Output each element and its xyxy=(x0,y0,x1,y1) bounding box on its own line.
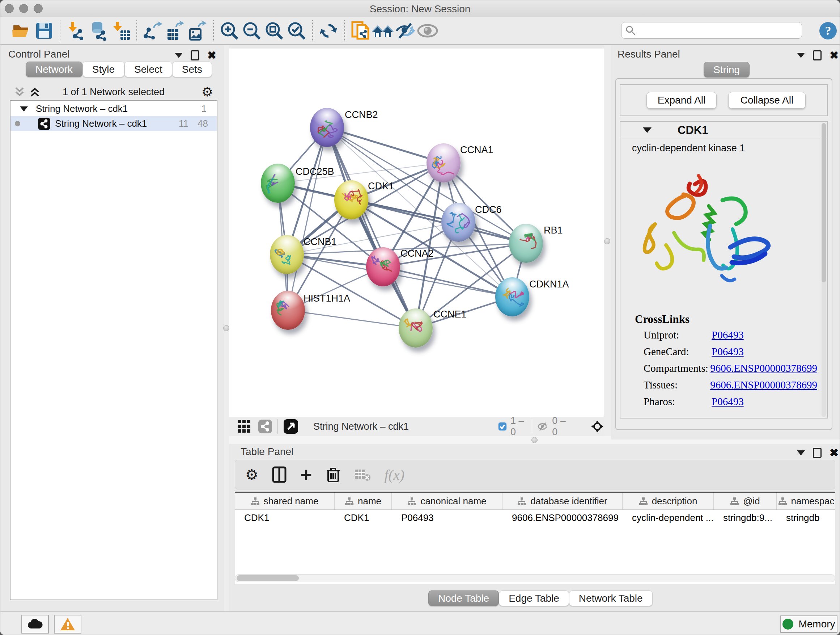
add-column-icon[interactable]: + xyxy=(300,467,312,482)
node-HIST1H1A[interactable] xyxy=(271,291,305,330)
selected-checkbox-icon[interactable] xyxy=(498,421,507,432)
results-scrollbar[interactable] xyxy=(821,123,826,417)
fit-content-crosshair-icon[interactable] xyxy=(591,418,604,435)
show-columns-icon[interactable] xyxy=(272,466,286,483)
show-graphics-details-button[interactable] xyxy=(416,19,439,42)
string-badge-icon[interactable] xyxy=(258,419,272,434)
hide-selected-button[interactable] xyxy=(394,19,416,42)
open-session-button[interactable] xyxy=(11,19,33,42)
tab-node-table[interactable]: Node Table xyxy=(428,591,499,606)
warnings-button[interactable] xyxy=(54,615,81,633)
node-CCNA2[interactable] xyxy=(366,247,400,287)
expand-all-button[interactable]: Expand All xyxy=(646,92,717,109)
node-CCNB1[interactable] xyxy=(270,235,304,274)
table-settings-gear-icon[interactable]: ⚙ xyxy=(245,466,258,483)
network-canvas[interactable]: CCNB2CCNA1CDC25BCDK1CDC6RB1CCNB1CCNA2CDK… xyxy=(229,49,604,417)
column-header-database-identifier[interactable]: database identifier xyxy=(502,493,622,509)
zoom-out-button[interactable] xyxy=(240,19,263,42)
panel-menu-icon[interactable] xyxy=(175,53,183,58)
column-header-@id[interactable]: @id xyxy=(714,493,777,509)
close-panel-icon[interactable]: ✖ xyxy=(829,50,838,61)
gear-icon[interactable]: ⚙ xyxy=(202,84,213,100)
table-cell[interactable]: stringdb xyxy=(777,510,836,526)
node-CCNE1[interactable] xyxy=(399,309,433,348)
tab-edge-table[interactable]: Edge Table xyxy=(499,591,569,606)
table-hscrollbar[interactable] xyxy=(235,574,835,582)
tab-network-table[interactable]: Network Table xyxy=(569,591,653,606)
entry-expander-icon[interactable] xyxy=(643,127,652,133)
tab-string[interactable]: String xyxy=(704,62,750,78)
float-panel-icon[interactable] xyxy=(813,448,821,458)
right-splitter-handle[interactable] xyxy=(604,238,610,244)
column-header-description[interactable]: description xyxy=(622,493,714,509)
crosslink-link[interactable]: 9606.ENSP00000378699 xyxy=(710,363,817,374)
results-scrollbar-thumb[interactable] xyxy=(821,123,826,282)
node-CDKN1A[interactable] xyxy=(495,277,529,317)
column-header-canonical-name[interactable]: canonical name xyxy=(392,493,502,509)
birds-eye-view-icon[interactable] xyxy=(237,419,251,434)
save-session-button[interactable] xyxy=(33,19,55,42)
import-network-from-file-button[interactable] xyxy=(65,19,87,42)
node-CCNB2[interactable] xyxy=(310,108,344,147)
first-neighbors-button[interactable] xyxy=(371,19,394,42)
zoom-selected-button[interactable] xyxy=(286,19,308,42)
search-input[interactable] xyxy=(636,25,795,36)
global-search[interactable] xyxy=(621,22,802,39)
table-cell[interactable]: P06493 xyxy=(392,510,502,526)
network-row[interactable]: String Network – cdk1 11 48 xyxy=(11,116,217,131)
crosslink-link[interactable]: P06493 xyxy=(712,346,744,358)
horizontal-splitter-handle[interactable] xyxy=(531,437,538,443)
table-row[interactable]: CDK1CDK1P064939606.ENSP00000378699cyclin… xyxy=(235,510,835,526)
edge-CCNB2-HIST1H1A[interactable] xyxy=(288,127,327,310)
crosslink-link[interactable]: 9606.ENSP00000378699 xyxy=(710,379,817,391)
edge-HIST1H1A-CCNE1[interactable] xyxy=(288,310,416,328)
help-button[interactable]: ? xyxy=(819,21,837,42)
edge-CCNB2-CCNA1[interactable] xyxy=(327,127,444,163)
export-network-button[interactable] xyxy=(141,19,164,42)
tab-sets[interactable]: Sets xyxy=(172,62,212,77)
column-header-name[interactable]: name xyxy=(335,493,392,509)
export-table-button[interactable] xyxy=(164,19,186,42)
crosslink-link[interactable]: P06493 xyxy=(712,396,744,408)
close-panel-icon[interactable]: ✖ xyxy=(207,50,216,61)
cloud-button[interactable] xyxy=(21,615,49,633)
tab-select[interactable]: Select xyxy=(125,62,172,77)
panel-menu-icon[interactable] xyxy=(797,53,805,58)
crosslink-link[interactable]: P06493 xyxy=(712,329,744,341)
table-cell[interactable]: stringdb:9... xyxy=(714,510,777,526)
panel-menu-icon[interactable] xyxy=(797,450,805,455)
table-cell[interactable]: 9606.ENSP00000378699 xyxy=(502,510,622,526)
edge-CCNA2-CDKN1A[interactable] xyxy=(383,267,512,297)
zoom-fit-button[interactable] xyxy=(263,19,286,42)
table-cell[interactable]: cyclin-dependent ... xyxy=(622,510,714,526)
export-image-button[interactable] xyxy=(186,19,209,42)
collapse-all-button[interactable]: Collapse All xyxy=(728,92,806,109)
close-panel-icon[interactable]: ✖ xyxy=(829,448,838,458)
network-collection-row[interactable]: String Network – cdk1 1 xyxy=(11,101,217,116)
new-network-from-selection-button[interactable] xyxy=(349,19,371,42)
import-table-from-file-button[interactable] xyxy=(110,19,132,42)
node-CDC6[interactable] xyxy=(441,203,475,242)
node-CDC25B[interactable] xyxy=(261,164,295,203)
table-cell[interactable]: CDK1 xyxy=(235,510,335,526)
node-CDK1[interactable] xyxy=(334,180,368,219)
node-CCNA1[interactable] xyxy=(426,143,461,182)
zoom-in-button[interactable] xyxy=(218,19,240,42)
collection-expander-icon[interactable] xyxy=(20,106,28,111)
node-RB1[interactable] xyxy=(509,224,543,263)
delete-column-trash-icon[interactable] xyxy=(326,466,340,483)
left-splitter-handle[interactable] xyxy=(223,325,229,331)
gene-entry-header[interactable]: CDK1 xyxy=(621,122,827,139)
float-panel-icon[interactable] xyxy=(813,50,821,60)
column-header-shared-name[interactable]: shared name xyxy=(235,493,335,509)
float-panel-icon[interactable] xyxy=(191,50,199,60)
table-cell[interactable]: CDK1 xyxy=(335,510,392,526)
tab-network[interactable]: Network xyxy=(26,62,82,77)
refresh-network-button[interactable] xyxy=(317,19,340,42)
open-in-window-icon[interactable] xyxy=(283,418,299,434)
import-network-from-database-button[interactable] xyxy=(87,19,110,42)
memory-button[interactable]: Memory xyxy=(780,616,837,633)
table-hscrollbar-thumb[interactable] xyxy=(237,575,299,581)
column-header-namespac[interactable]: namespac xyxy=(777,493,836,509)
tab-style[interactable]: Style xyxy=(82,62,125,77)
